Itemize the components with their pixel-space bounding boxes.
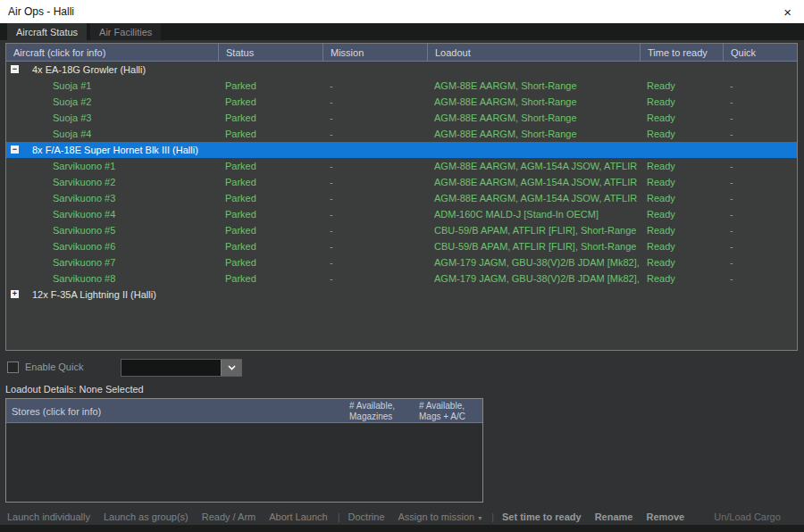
cell-loadout: CBU-59/B APAM, ATFLIR [FLIR], Short-Rang… — [427, 222, 640, 238]
column-header-aircraft-click-for-info: Aircraft (click for info) — [6, 44, 218, 62]
cell-quick: - — [723, 78, 797, 94]
air-ops-window: Air Ops - Halli × Aircraft StatusAir Fac… — [0, 0, 804, 532]
close-icon[interactable]: × — [771, 4, 804, 20]
remove-button[interactable]: Remove — [646, 507, 684, 527]
cell-mission: - — [322, 254, 427, 270]
column-header-mission: Mission — [322, 44, 427, 62]
cell-aircraft-name: Sarvikuono #7 — [6, 254, 218, 270]
cell-mission: - — [322, 110, 427, 126]
cell-loadout: CBU-59/B APAM, ATFLIR [FLIR], Short-Rang… — [427, 238, 640, 254]
abort-launch-button[interactable]: Abort Launch — [269, 507, 327, 527]
cell-mission: - — [322, 206, 427, 222]
cell-aircraft-name: Sarvikuono #1 — [6, 158, 218, 174]
cell-time-to-ready: Ready — [640, 78, 723, 94]
cell-status: Parked — [218, 110, 322, 126]
cell-aircraft-name: Sarvikuono #4 — [6, 206, 218, 222]
cell-status: Parked — [218, 222, 322, 238]
column-header-time-to-ready: Time to ready — [640, 44, 723, 62]
cell-aircraft-name: Sarvikuono #5 — [6, 222, 218, 238]
cell-mission: - — [322, 94, 427, 110]
cell-quick: - — [723, 126, 797, 142]
cell-aircraft-name: Suoja #2 — [6, 94, 218, 110]
cell-loadout: AGM-88E AARGM, AGM-154A JSOW, ATFLIR [FL… — [427, 158, 640, 174]
launch-as-group-s-button[interactable]: Launch as group(s) — [104, 507, 188, 527]
cell-status: Parked — [218, 78, 322, 94]
cell-aircraft-name: Sarvikuono #8 — [6, 270, 218, 287]
window-title: Air Ops - Halli — [0, 5, 74, 18]
loadout-details-label: Loadout Details: None Selected — [5, 384, 144, 395]
column-header-quick-turnaround: Quick Turnaround — [723, 44, 797, 62]
aircraft-row[interactable]: Suoja #1Parked-AGM-88E AARGM, Short-Rang… — [6, 78, 797, 94]
aircraft-row[interactable]: Sarvikuono #7Parked-AGM-179 JAGM, GBU-38… — [6, 254, 797, 270]
aircraft-row[interactable]: Suoja #2Parked-AGM-88E AARGM, Short-Rang… — [6, 94, 797, 110]
group-label: 8x F/A-18E Super Hornet Blk III (Halli) — [32, 145, 198, 155]
cell-time-to-ready: Ready — [640, 190, 723, 206]
collapse-icon[interactable]: − — [11, 65, 19, 73]
enable-quick-checkbox[interactable] — [7, 362, 19, 373]
cell-status: Parked — [218, 206, 322, 222]
aircraft-row[interactable]: Sarvikuono #2Parked-AGM-88E AARGM, AGM-1… — [6, 174, 797, 190]
group-label: 4x EA-18G Growler (Halli) — [32, 64, 146, 75]
aircraft-group-row[interactable]: +12x F-35A Lightning II (Halli) — [6, 287, 797, 303]
cell-time-to-ready: Ready — [640, 126, 723, 142]
cell-status: Parked — [218, 190, 322, 206]
enable-quick-label: Enable Quick — [25, 362, 83, 372]
stores-table: Stores (click for info)# Available, Maga… — [5, 398, 483, 503]
quick-turnaround-dropdown[interactable] — [121, 359, 242, 377]
ready-arm-button[interactable]: Ready / Arm — [202, 507, 256, 527]
cell-quick: - — [723, 238, 797, 254]
expand-icon[interactable]: + — [11, 290, 19, 298]
collapse-icon[interactable]: − — [11, 145, 19, 154]
cell-loadout: AGM-88E AARGM, AGM-154A JSOW, ATFLIR [FL… — [427, 190, 640, 206]
aircraft-row[interactable]: Sarvikuono #6Parked-CBU-59/B APAM, ATFLI… — [6, 238, 797, 254]
stores-column-stores-click-for-info: Stores (click for info) — [6, 399, 344, 422]
tabstrip: Aircraft StatusAir Facilities — [0, 23, 804, 40]
stores-table-header: Stores (click for info)# Available, Maga… — [6, 399, 482, 423]
cell-aircraft-name: Suoja #4 — [6, 126, 218, 142]
cell-time-to-ready: Ready — [640, 174, 723, 190]
cell-loadout: AGM-179 JAGM, GBU-38(V)2/B JDAM [Mk82], … — [427, 254, 640, 270]
cell-mission: - — [322, 174, 427, 190]
cell-mission: - — [322, 238, 427, 254]
aircraft-row[interactable]: Sarvikuono #1Parked-AGM-88E AARGM, AGM-1… — [6, 158, 797, 174]
group-label: 12x F-35A Lightning II (Halli) — [32, 289, 156, 300]
aircraft-group-row[interactable]: −4x EA-18G Growler (Halli) — [6, 62, 797, 78]
cell-aircraft-name: Suoja #3 — [6, 110, 218, 126]
cell-quick: - — [723, 158, 797, 174]
cell-mission: - — [322, 158, 427, 174]
aircraft-row[interactable]: Sarvikuono #4Parked-ADM-160C MALD-J [Sta… — [6, 206, 797, 222]
aircraft-group-row[interactable]: −8x F/A-18E Super Hornet Blk III (Halli) — [6, 142, 797, 158]
cell-quick: - — [723, 270, 797, 287]
cell-time-to-ready: Ready — [640, 206, 723, 222]
cell-loadout: AGM-179 JAGM, GBU-38(V)2/B JDAM [Mk82], … — [427, 270, 640, 287]
quick-turnaround-controls: Enable Quick — [0, 359, 804, 377]
cell-aircraft-name: Sarvikuono #6 — [6, 238, 218, 254]
cell-time-to-ready: Ready — [640, 222, 723, 238]
aircraft-row[interactable]: Suoja #3Parked-AGM-88E AARGM, Short-Rang… — [6, 110, 797, 126]
aircraft-row[interactable]: Sarvikuono #5Parked-CBU-59/B APAM, ATFLI… — [6, 222, 797, 238]
cell-status: Parked — [218, 174, 322, 190]
cell-quick: - — [723, 110, 797, 126]
cell-quick: - — [723, 254, 797, 270]
cell-loadout: AGM-88E AARGM, Short-Range — [427, 94, 640, 110]
doctrine-button[interactable]: Doctrine — [348, 507, 385, 527]
aircraft-row[interactable]: Sarvikuono #3Parked-AGM-88E AARGM, AGM-1… — [6, 190, 797, 206]
launch-individually-button[interactable]: Launch individually — [7, 507, 90, 527]
stores-column-available-mags-a-c: # Available, Mags + A/C — [414, 399, 482, 422]
un-load-cargo-button[interactable]: Un/Load Cargo — [714, 507, 781, 527]
cell-status: Parked — [218, 158, 322, 174]
aircraft-row[interactable]: Suoja #4Parked-AGM-88E AARGM, Short-Rang… — [6, 126, 797, 142]
cell-time-to-ready: Ready — [640, 254, 723, 270]
tab-aircraft-status[interactable]: Aircraft Status — [7, 23, 87, 40]
cell-status: Parked — [218, 254, 322, 270]
aircraft-row[interactable]: Sarvikuono #8Parked-AGM-179 JAGM, GBU-38… — [6, 270, 797, 287]
set-time-to-ready-button[interactable]: Set time to ready — [502, 507, 582, 527]
footer-separator: | — [491, 507, 494, 527]
cell-mission: - — [322, 190, 427, 206]
cell-mission: - — [322, 222, 427, 238]
rename-button[interactable]: Rename — [595, 507, 633, 527]
chevron-down-icon[interactable] — [221, 360, 241, 376]
tab-air-facilities[interactable]: Air Facilities — [90, 23, 161, 40]
footer-separator: | — [338, 507, 340, 527]
cell-aircraft-name: Suoja #1 — [6, 78, 218, 94]
